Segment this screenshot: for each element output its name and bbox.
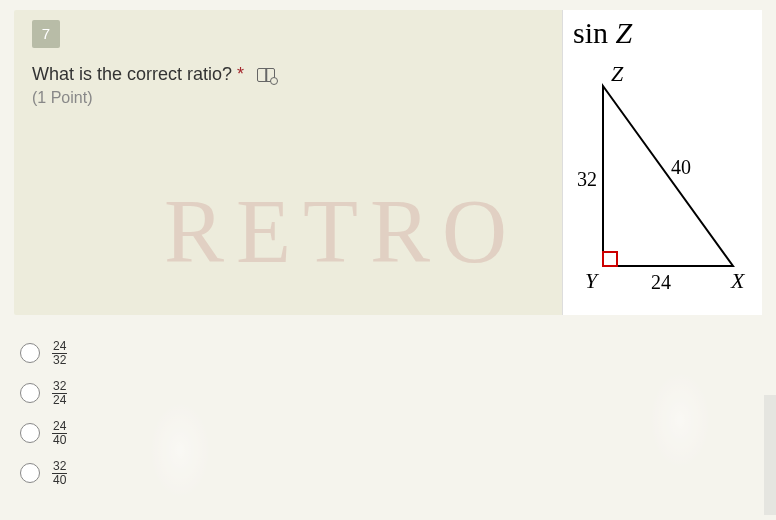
figure-pane: sin Z Z Y X 32 40 24 <box>562 10 762 315</box>
option-1[interactable]: 24 32 <box>20 333 776 373</box>
vertex-y: Y <box>585 268 600 293</box>
expression-prefix: sin <box>573 16 616 49</box>
numerator: 24 <box>52 340 67 354</box>
option-3[interactable]: 24 40 <box>20 413 776 453</box>
svg-marker-0 <box>603 86 733 266</box>
side-zx: 40 <box>671 156 691 178</box>
numerator: 24 <box>52 420 67 434</box>
watermark: RETRO <box>164 180 519 283</box>
expression-variable: Z <box>616 16 633 49</box>
denominator: 32 <box>52 354 67 367</box>
radio-icon <box>20 423 40 443</box>
fraction: 24 40 <box>52 420 67 446</box>
radio-icon <box>20 343 40 363</box>
side-panel-edge <box>764 395 776 515</box>
immersive-reader-icon[interactable] <box>257 68 275 82</box>
side-zy: 32 <box>577 168 597 190</box>
options-group: 24 32 32 24 24 40 32 40 <box>20 333 776 493</box>
question-number: 7 <box>32 20 60 48</box>
numerator: 32 <box>52 460 67 474</box>
fraction: 32 24 <box>52 380 67 406</box>
question-text: What is the correct ratio? <box>32 64 232 84</box>
numerator: 32 <box>52 380 67 394</box>
radio-icon <box>20 383 40 403</box>
question-text-line: What is the correct ratio? * <box>32 64 544 85</box>
points-label: (1 Point) <box>32 89 544 107</box>
radio-icon <box>20 463 40 483</box>
option-2[interactable]: 32 24 <box>20 373 776 413</box>
question-card: 7 What is the correct ratio? * (1 Point)… <box>14 10 762 315</box>
denominator: 24 <box>52 394 67 407</box>
fraction: 24 32 <box>52 340 67 366</box>
required-asterisk: * <box>237 64 244 84</box>
svg-rect-1 <box>603 252 617 266</box>
vertex-x: X <box>730 268 746 293</box>
side-yx: 24 <box>651 271 671 293</box>
triangle-diagram: Z Y X 32 40 24 <box>573 66 753 296</box>
question-body: 7 What is the correct ratio? * (1 Point)… <box>14 10 562 315</box>
vertex-z: Z <box>611 66 624 86</box>
denominator: 40 <box>52 434 67 447</box>
option-4[interactable]: 32 40 <box>20 453 776 493</box>
fraction: 32 40 <box>52 460 67 486</box>
expression: sin Z <box>563 10 762 56</box>
denominator: 40 <box>52 474 67 487</box>
